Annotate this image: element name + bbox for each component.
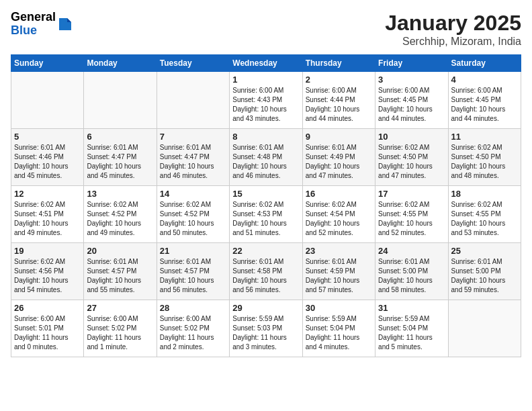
day-number: 16 <box>306 189 372 199</box>
day-number: 11 <box>451 132 518 142</box>
day-number: 9 <box>306 132 372 142</box>
day-number: 12 <box>14 189 81 199</box>
calendar-cell: 5Sunrise: 6:01 AM Sunset: 4:46 PM Daylig… <box>11 129 84 186</box>
col-header-saturday: Saturday <box>448 55 521 72</box>
col-header-thursday: Thursday <box>302 55 375 72</box>
day-info: Sunrise: 6:02 AM Sunset: 4:55 PM Dayligh… <box>451 200 518 238</box>
calendar-cell: 24Sunrise: 6:01 AM Sunset: 5:00 PM Dayli… <box>375 243 448 300</box>
day-number: 13 <box>87 189 153 199</box>
calendar-week-3: 12Sunrise: 6:02 AM Sunset: 4:51 PM Dayli… <box>11 186 521 243</box>
calendar-cell: 29Sunrise: 5:59 AM Sunset: 5:03 PM Dayli… <box>230 300 302 357</box>
day-number: 1 <box>232 75 299 85</box>
month-title: January 2025 <box>385 11 521 36</box>
day-number: 24 <box>378 246 445 256</box>
day-info: Sunrise: 6:02 AM Sunset: 4:50 PM Dayligh… <box>378 143 445 181</box>
day-info: Sunrise: 6:01 AM Sunset: 4:46 PM Dayligh… <box>14 143 81 181</box>
title-block: January 2025 Serchhip, Mizoram, India <box>385 11 521 48</box>
location: Serchhip, Mizoram, India <box>385 36 521 48</box>
day-info: Sunrise: 6:01 AM Sunset: 4:47 PM Dayligh… <box>87 143 153 181</box>
day-number: 19 <box>14 246 81 256</box>
day-info: Sunrise: 6:00 AM Sunset: 4:45 PM Dayligh… <box>451 86 518 124</box>
day-info: Sunrise: 6:00 AM Sunset: 5:01 PM Dayligh… <box>14 314 81 352</box>
day-number: 7 <box>160 132 226 142</box>
col-header-sunday: Sunday <box>11 55 84 72</box>
calendar-cell: 12Sunrise: 6:02 AM Sunset: 4:51 PM Dayli… <box>11 186 84 243</box>
calendar-week-5: 26Sunrise: 6:00 AM Sunset: 5:01 PM Dayli… <box>11 300 521 357</box>
calendar-cell: 23Sunrise: 6:01 AM Sunset: 4:59 PM Dayli… <box>302 243 375 300</box>
calendar-cell: 31Sunrise: 5:59 AM Sunset: 5:04 PM Dayli… <box>375 300 448 357</box>
calendar-cell: 16Sunrise: 6:02 AM Sunset: 4:54 PM Dayli… <box>302 186 375 243</box>
svg-marker-1 <box>67 18 71 22</box>
calendar-cell: 9Sunrise: 6:01 AM Sunset: 4:49 PM Daylig… <box>302 129 375 186</box>
calendar-cell: 15Sunrise: 6:02 AM Sunset: 4:53 PM Dayli… <box>230 186 302 243</box>
calendar-cell: 20Sunrise: 6:01 AM Sunset: 4:57 PM Dayli… <box>84 243 157 300</box>
day-number: 25 <box>451 246 518 256</box>
calendar-cell: 19Sunrise: 6:02 AM Sunset: 4:56 PM Dayli… <box>11 243 84 300</box>
page-header: General Blue January 2025 Serchhip, Mizo… <box>11 11 521 48</box>
day-info: Sunrise: 5:59 AM Sunset: 5:03 PM Dayligh… <box>232 314 299 352</box>
day-info: Sunrise: 6:01 AM Sunset: 4:57 PM Dayligh… <box>160 257 226 295</box>
calendar-cell <box>11 72 84 129</box>
calendar-week-2: 5Sunrise: 6:01 AM Sunset: 4:46 PM Daylig… <box>11 129 521 186</box>
calendar-cell: 10Sunrise: 6:02 AM Sunset: 4:50 PM Dayli… <box>375 129 448 186</box>
day-info: Sunrise: 6:02 AM Sunset: 4:56 PM Dayligh… <box>14 257 81 295</box>
logo-icon <box>58 17 73 32</box>
calendar-cell: 17Sunrise: 6:02 AM Sunset: 4:55 PM Dayli… <box>375 186 448 243</box>
day-number: 31 <box>378 303 445 313</box>
calendar-cell: 21Sunrise: 6:01 AM Sunset: 4:57 PM Dayli… <box>157 243 229 300</box>
calendar-cell <box>157 72 229 129</box>
calendar-cell <box>448 300 521 357</box>
calendar-cell: 30Sunrise: 5:59 AM Sunset: 5:04 PM Dayli… <box>302 300 375 357</box>
day-info: Sunrise: 6:00 AM Sunset: 4:43 PM Dayligh… <box>232 86 299 124</box>
calendar-cell: 11Sunrise: 6:02 AM Sunset: 4:50 PM Dayli… <box>448 129 521 186</box>
calendar-cell: 26Sunrise: 6:00 AM Sunset: 5:01 PM Dayli… <box>11 300 84 357</box>
day-info: Sunrise: 5:59 AM Sunset: 5:04 PM Dayligh… <box>378 314 445 352</box>
calendar-cell: 7Sunrise: 6:01 AM Sunset: 4:47 PM Daylig… <box>157 129 229 186</box>
day-info: Sunrise: 6:01 AM Sunset: 4:48 PM Dayligh… <box>232 143 299 181</box>
day-info: Sunrise: 6:00 AM Sunset: 5:02 PM Dayligh… <box>87 314 153 352</box>
day-info: Sunrise: 6:01 AM Sunset: 5:00 PM Dayligh… <box>451 257 518 295</box>
day-info: Sunrise: 6:02 AM Sunset: 4:54 PM Dayligh… <box>306 200 372 238</box>
calendar-table: SundayMondayTuesdayWednesdayThursdayFrid… <box>11 54 521 357</box>
calendar-cell: 25Sunrise: 6:01 AM Sunset: 5:00 PM Dayli… <box>448 243 521 300</box>
day-info: Sunrise: 6:01 AM Sunset: 4:58 PM Dayligh… <box>232 257 299 295</box>
calendar-cell: 18Sunrise: 6:02 AM Sunset: 4:55 PM Dayli… <box>448 186 521 243</box>
day-info: Sunrise: 5:59 AM Sunset: 5:04 PM Dayligh… <box>306 314 372 352</box>
logo-blue: Blue <box>11 24 56 38</box>
day-info: Sunrise: 6:02 AM Sunset: 4:55 PM Dayligh… <box>378 200 445 238</box>
day-number: 18 <box>451 189 518 199</box>
day-info: Sunrise: 6:01 AM Sunset: 4:47 PM Dayligh… <box>160 143 226 181</box>
calendar-cell: 1Sunrise: 6:00 AM Sunset: 4:43 PM Daylig… <box>230 72 302 129</box>
logo-general: General <box>11 11 56 24</box>
calendar-cell: 27Sunrise: 6:00 AM Sunset: 5:02 PM Dayli… <box>84 300 157 357</box>
day-number: 10 <box>378 132 445 142</box>
logo: General Blue <box>11 11 73 38</box>
day-number: 8 <box>232 132 299 142</box>
day-number: 15 <box>232 189 299 199</box>
day-number: 23 <box>306 246 372 256</box>
calendar-cell: 4Sunrise: 6:00 AM Sunset: 4:45 PM Daylig… <box>448 72 521 129</box>
day-number: 29 <box>232 303 299 313</box>
day-info: Sunrise: 6:02 AM Sunset: 4:52 PM Dayligh… <box>87 200 153 238</box>
day-number: 30 <box>306 303 372 313</box>
calendar-cell: 3Sunrise: 6:00 AM Sunset: 4:45 PM Daylig… <box>375 72 448 129</box>
calendar-cell: 13Sunrise: 6:02 AM Sunset: 4:52 PM Dayli… <box>84 186 157 243</box>
day-info: Sunrise: 6:02 AM Sunset: 4:53 PM Dayligh… <box>232 200 299 238</box>
calendar-week-4: 19Sunrise: 6:02 AM Sunset: 4:56 PM Dayli… <box>11 243 521 300</box>
calendar-header: SundayMondayTuesdayWednesdayThursdayFrid… <box>11 55 521 72</box>
day-info: Sunrise: 6:01 AM Sunset: 4:59 PM Dayligh… <box>306 257 372 295</box>
calendar-cell: 28Sunrise: 6:00 AM Sunset: 5:02 PM Dayli… <box>157 300 229 357</box>
day-number: 22 <box>232 246 299 256</box>
day-number: 26 <box>14 303 81 313</box>
logo-text: General Blue <box>11 11 56 38</box>
day-number: 3 <box>378 75 445 85</box>
day-info: Sunrise: 6:00 AM Sunset: 5:02 PM Dayligh… <box>160 314 226 352</box>
day-info: Sunrise: 6:00 AM Sunset: 4:44 PM Dayligh… <box>306 86 372 124</box>
day-info: Sunrise: 6:02 AM Sunset: 4:50 PM Dayligh… <box>451 143 518 181</box>
calendar-week-1: 1Sunrise: 6:00 AM Sunset: 4:43 PM Daylig… <box>11 72 521 129</box>
col-header-tuesday: Tuesday <box>157 55 229 72</box>
calendar-cell: 14Sunrise: 6:02 AM Sunset: 4:52 PM Dayli… <box>157 186 229 243</box>
day-number: 17 <box>378 189 445 199</box>
calendar-cell: 2Sunrise: 6:00 AM Sunset: 4:44 PM Daylig… <box>302 72 375 129</box>
col-header-friday: Friday <box>375 55 448 72</box>
